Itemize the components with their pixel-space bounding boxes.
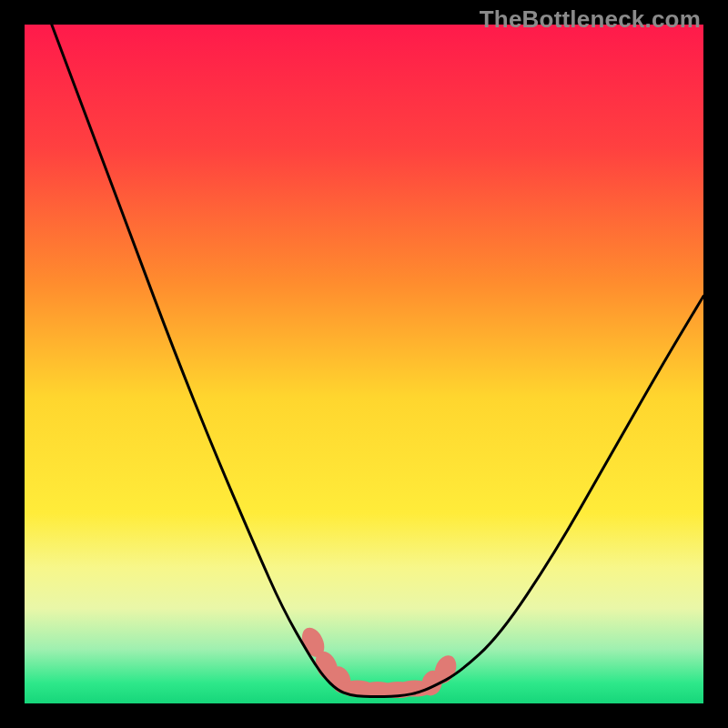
curve-layer [25, 25, 703, 703]
plot-area [25, 25, 703, 703]
bottleneck-curve [52, 25, 703, 697]
chart-frame: TheBottleneck.com [0, 0, 728, 728]
highlight-markers [298, 624, 460, 698]
watermark-text: TheBottleneck.com [480, 5, 701, 34]
